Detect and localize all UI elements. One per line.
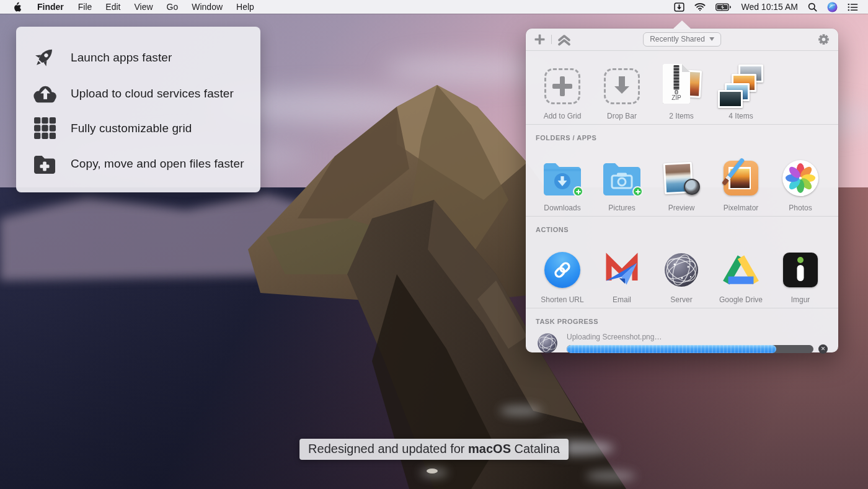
pictures-tile[interactable]: Pictures — [592, 148, 652, 212]
feature-callout-panel: Launch apps faster Upload to cloud servi… — [16, 27, 260, 192]
section-title: ACTIONS — [536, 226, 569, 233]
banner-text-bold: macOS — [468, 442, 511, 455]
photo-items-tile[interactable]: 4 Items — [711, 56, 771, 120]
menu-edit[interactable]: Edit — [99, 2, 127, 12]
task-status-text: Uploading Screenshot.png… — [567, 333, 830, 341]
photos-app-icon — [782, 160, 818, 196]
tile-label: Pixelmator — [724, 204, 759, 212]
header-divider — [551, 35, 552, 44]
recently-shared-dropdown[interactable]: Recently Shared — [643, 32, 721, 47]
section-title: TASK PROGRESS — [536, 318, 598, 325]
tile-label: Shorten URL — [541, 295, 583, 304]
tile-label: 4 Items — [728, 112, 753, 120]
feature-row-grid: Fully customizable grid — [31, 117, 260, 140]
wifi-icon[interactable] — [694, 2, 706, 11]
actions-row: Shorten URL Email — [526, 235, 838, 304]
menubar-clock[interactable]: Wed 10:15 AM — [741, 2, 798, 12]
tile-label: Preview — [668, 204, 695, 212]
preview-app-icon — [663, 160, 700, 196]
progress-fill — [567, 345, 776, 353]
pixelmator-app-icon — [724, 161, 758, 195]
menu-go[interactable]: Go — [160, 2, 185, 12]
feature-row-copy: Copy, move and open files faster — [31, 154, 260, 174]
drop-bar-icon — [604, 68, 640, 104]
popover-header: Recently Shared — [526, 29, 838, 51]
imgur-tile[interactable]: Imgur — [771, 240, 830, 304]
section-title: FOLDERS / APPS — [536, 134, 596, 141]
tile-label: Add to Grid — [544, 112, 582, 120]
shorten-url-icon — [544, 252, 580, 288]
add-to-grid-tile[interactable]: Add to Grid — [533, 56, 592, 120]
zip-file-icon: ZIP — [662, 64, 701, 109]
preview-tile[interactable]: Preview — [652, 148, 711, 212]
tile-label: Pictures — [608, 204, 635, 212]
downloads-tile[interactable]: Downloads — [533, 148, 592, 212]
dropzone-popover: Recently Shared Add to Grid Drop Bar — [526, 29, 838, 352]
menu-bar: Finder File Edit View Go Window Help Wed… — [0, 0, 868, 14]
photo-stack-icon — [719, 65, 763, 108]
task-progress-section-header: TASK PROGRESS — [526, 308, 838, 326]
spotlight-search-icon[interactable] — [808, 2, 817, 12]
folders-apps-section-header: FOLDERS / APPS — [526, 124, 838, 143]
tile-label: Downloads — [544, 204, 580, 212]
upload-task-row: Uploading Screenshot.png… ✕ — [526, 326, 838, 354]
zip-badge-label: ZIP — [663, 94, 690, 101]
tile-label: Imgur — [791, 295, 810, 304]
pictures-folder-icon — [602, 161, 642, 195]
shorten-url-tile[interactable]: Shorten URL — [533, 240, 592, 304]
menu-view[interactable]: View — [127, 2, 159, 12]
pixelmator-tile[interactable]: Pixelmator — [711, 148, 771, 212]
tile-label: 2 Items — [669, 112, 693, 120]
catalina-banner: Redesigned and updated for macOS Catalin… — [299, 439, 569, 460]
server-globe-icon — [663, 252, 699, 288]
banner-text-prefix: Redesigned and updated for — [308, 442, 468, 455]
menu-window[interactable]: Window — [185, 2, 229, 12]
feature-row-upload: Upload to cloud services faster — [31, 84, 260, 103]
cancel-upload-button[interactable]: ✕ — [818, 344, 828, 354]
menu-help[interactable]: Help — [229, 2, 261, 12]
feature-label: Upload to cloud services faster — [71, 87, 234, 101]
upload-progress-bar — [567, 345, 813, 353]
feature-label: Launch apps faster — [71, 51, 172, 65]
add-badge-icon — [632, 186, 643, 197]
dropzone-menubar-icon[interactable] — [674, 2, 684, 12]
rocket-icon — [31, 45, 58, 70]
tile-label: Photos — [789, 204, 812, 212]
add-action-button[interactable] — [534, 34, 546, 45]
notification-center-icon[interactable] — [848, 3, 858, 11]
caret-down-icon — [709, 37, 714, 41]
cloud-upload-icon — [31, 84, 58, 103]
dropdown-label: Recently Shared — [650, 35, 705, 43]
actions-section-header: ACTIONS — [526, 216, 838, 235]
folder-plus-icon — [31, 154, 58, 174]
tile-label: Server — [670, 295, 692, 304]
desktop: Finder File Edit View Go Window Help Wed… — [0, 0, 868, 489]
menubar-app-name[interactable]: Finder — [30, 2, 71, 12]
menu-file[interactable]: File — [71, 2, 99, 12]
task-globe-icon — [537, 333, 558, 354]
settings-gear-button[interactable] — [817, 33, 830, 46]
drop-bar-tile[interactable]: Drop Bar — [592, 56, 652, 120]
battery-charging-icon[interactable] — [715, 3, 731, 11]
banner-text-suffix: Catalina — [511, 442, 560, 455]
google-drive-tile[interactable]: Google Drive — [711, 240, 771, 304]
feature-row-launch: Launch apps faster — [31, 45, 260, 70]
photos-tile[interactable]: Photos — [771, 148, 830, 212]
apple-menu-icon[interactable] — [7, 2, 30, 12]
server-tile[interactable]: Server — [652, 240, 711, 304]
folders-apps-row: Downloads Pictures Previ — [526, 143, 838, 212]
add-badge-icon — [573, 186, 583, 197]
email-tile[interactable]: Email — [592, 240, 652, 304]
collapse-grid-button[interactable] — [557, 34, 571, 46]
imgur-icon — [783, 253, 818, 287]
siri-icon[interactable] — [827, 2, 838, 12]
tile-label: Drop Bar — [607, 112, 637, 120]
feature-label: Copy, move and open files faster — [71, 157, 244, 171]
feature-label: Fully customizable grid — [71, 122, 192, 135]
add-to-grid-icon — [544, 68, 580, 104]
zip-items-tile[interactable]: ZIP 2 Items — [652, 56, 711, 120]
tile-label: Google Drive — [719, 295, 763, 304]
downloads-folder-icon — [542, 161, 582, 195]
drop-target-row: Add to Grid Drop Bar ZIP — [526, 51, 838, 120]
email-app-icon — [603, 252, 640, 288]
